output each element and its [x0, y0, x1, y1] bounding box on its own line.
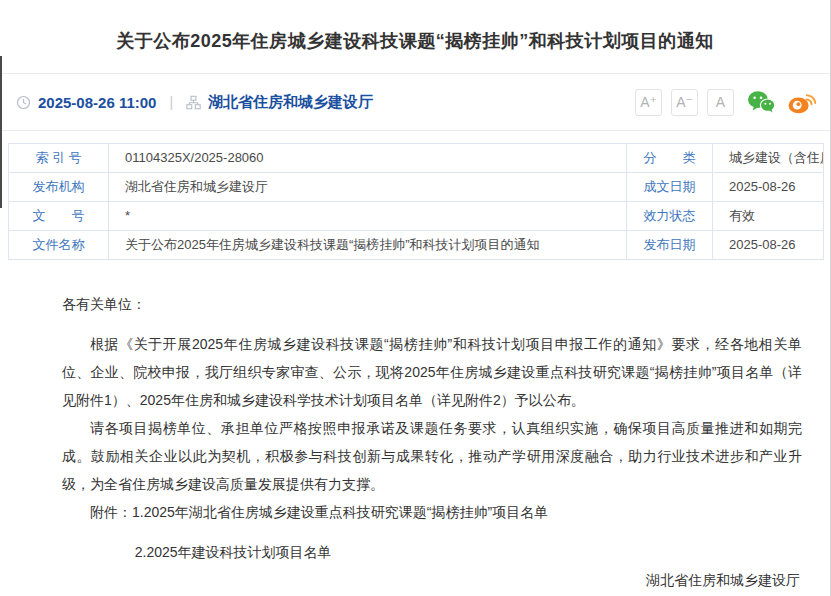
validity-status-value: 有效 [713, 202, 824, 231]
category-value: 城乡建设（含住房） [713, 144, 824, 173]
table-row: 文件名称 关于公布2025年住房城乡建设科技课题“揭榜挂帅”和科技计划项目的通知… [9, 231, 824, 260]
written-date-label: 成文日期 [627, 173, 713, 202]
doc-title-label: 文件名称 [9, 231, 109, 260]
meta-bar: 2025-08-26 11:00 | 湖北省住房和城乡建设厅 A⁺ A⁻ A [0, 74, 830, 130]
index-number-label: 索 引 号 [9, 144, 109, 173]
share-wechat-button[interactable] [747, 90, 775, 114]
meta-left: 2025-08-26 11:00 | 湖北省住房和城乡建设厅 [16, 93, 373, 112]
document-page: 关于公布2025年住房城乡建设科技课题“揭榜挂帅”和科技计划项目的通知 2025… [0, 0, 831, 596]
document-body: 各有关单位： 根据《关于开展2025年住房城乡建设科技课题“揭榜挂帅”和科技计划… [0, 260, 830, 596]
doc-number-label: 文 号 [9, 202, 109, 231]
doc-title-value: 关于公布2025年住房城乡建设科技课题“揭榜挂帅”和科技计划项目的通知 [109, 231, 627, 260]
source-org-icon [186, 95, 201, 110]
doc-number-value: * [109, 202, 627, 231]
body-paragraph: 根据《关于开展2025年住房城乡建设科技课题“揭榜挂帅”和科技计划项目申报工作的… [62, 330, 802, 414]
issuing-agency-label: 发布机构 [9, 173, 109, 202]
source-name: 湖北省住房和城乡建设厅 [208, 93, 373, 112]
divider [0, 130, 830, 131]
wechat-icon [747, 90, 775, 114]
meta-separator: | [169, 94, 173, 110]
attachment-item-2: 2.2025年建设科技计划项目名单 [135, 544, 332, 560]
meta-right: A⁺ A⁻ A [635, 89, 816, 116]
attachment-line: 2.2025年建设科技计划项目名单 [62, 538, 802, 566]
publish-datetime: 2025-08-26 11:00 [38, 94, 156, 111]
publish-date-label: 发布日期 [627, 231, 713, 260]
font-size-reset-button[interactable]: A [707, 89, 734, 116]
attachments-label: 附件： [90, 504, 132, 520]
clock-icon [16, 95, 31, 110]
validity-status-label: 效力状态 [627, 202, 713, 231]
font-size-increase-button[interactable]: A⁺ [635, 89, 662, 116]
table-row: 文 号 * 效力状态 有效 [9, 202, 824, 231]
table-row: 发布机构 湖北省住房和城乡建设厅 成文日期 2025-08-26 [9, 173, 824, 202]
publish-date-value: 2025-08-26 [713, 231, 824, 260]
attachment-item-1: 1.2025年湖北省住房城乡建设重点科技研究课题“揭榜挂帅”项目名单 [132, 504, 548, 520]
page-title: 关于公布2025年住房城乡建设科技课题“揭榜挂帅”和科技计划项目的通知 [0, 0, 830, 54]
share-weibo-button[interactable] [788, 90, 816, 114]
font-size-decrease-button[interactable]: A⁻ [671, 89, 698, 116]
salutation: 各有关单位： [62, 290, 802, 318]
category-label: 分 类 [627, 144, 713, 173]
written-date-value: 2025-08-26 [713, 173, 824, 202]
issuing-agency-value: 湖北省住房和城乡建设厅 [109, 173, 627, 202]
body-paragraph: 请各项目揭榜单位、承担单位严格按照申报承诺及课题任务要求，认真组织实施，确保项目… [62, 414, 802, 498]
table-row: 索 引 号 01104325X/2025-28060 分 类 城乡建设（含住房） [9, 144, 824, 173]
weibo-icon [788, 90, 816, 114]
document-info-table: 索 引 号 01104325X/2025-28060 分 类 城乡建设（含住房）… [8, 143, 822, 260]
attachment-line: 附件：1.2025年湖北省住房城乡建设重点科技研究课题“揭榜挂帅”项目名单 [62, 498, 802, 526]
index-number-value: 01104325X/2025-28060 [109, 144, 627, 173]
signature-org: 湖北省住房和城乡建设厅 [62, 566, 802, 594]
window-edge-line [0, 56, 2, 208]
